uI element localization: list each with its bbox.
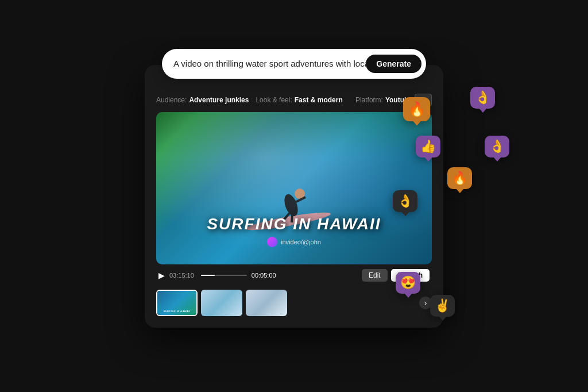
settings-row: Audience: Adventure junkies Look & feel:… — [156, 94, 432, 106]
video-title: SURFING IN HAWAII — [156, 215, 432, 233]
search-bar: A video on thrilling water sport adventu… — [162, 49, 426, 79]
thumbnail-strip: › — [156, 290, 432, 316]
ok-emoji-1: 👌 — [475, 90, 490, 105]
fire-emoji-1: 🔥 — [408, 101, 425, 118]
look-label: Look & feel: — [256, 96, 292, 104]
love-emoji: 😍 — [400, 275, 416, 290]
play-button[interactable]: ▶ — [158, 271, 165, 280]
emoji-bubble-love: 😍 — [396, 272, 420, 294]
emoji-bubble-ok-1: 👌 — [470, 87, 495, 109]
video-controls: ▶ 03:15:10 00:05:00 Edit Publish — [156, 264, 432, 286]
generate-button[interactable]: Generate — [366, 55, 421, 73]
look-value: Fast & modern — [295, 96, 343, 104]
time-total: 03:15:10 — [169, 272, 194, 279]
emoji-bubble-fire-1: 🔥 — [403, 97, 430, 121]
search-input[interactable]: A video on thrilling water sport adventu… — [173, 59, 366, 68]
emoji-bubble-fire-2: 🔥 — [447, 167, 472, 189]
fire-emoji-2: 🔥 — [452, 171, 467, 186]
video-brand: invideo/@john — [156, 237, 432, 247]
emoji-bubble-peace: ✌️ — [430, 295, 455, 317]
progress-bar[interactable] — [201, 275, 247, 276]
video-preview: SURFING IN HAWAII invideo/@john — [156, 112, 432, 264]
progress-fill — [201, 275, 215, 276]
thumbsup-emoji: 👍 — [420, 139, 436, 154]
audience-label: Audience: — [156, 96, 187, 104]
look-feel-setting: Look & feel: Fast & modern — [256, 96, 342, 104]
thumb-image-1 — [157, 291, 196, 315]
audience-setting: Audience: Adventure junkies — [156, 96, 249, 104]
controls-left: ▶ 03:15:10 00:05:00 — [158, 271, 276, 280]
thumb-image-2 — [201, 290, 242, 316]
emoji-bubble-thumbsup: 👍 — [416, 136, 440, 157]
peace-emoji: ✌️ — [435, 298, 450, 313]
thumbnail-2[interactable] — [201, 290, 242, 316]
brand-name: invideo/@john — [281, 239, 321, 245]
thumb-image-3 — [246, 290, 287, 316]
main-container: A video on thrilling water sport adventu… — [47, 29, 541, 363]
ok-emoji-2: 👌 — [489, 139, 505, 154]
platform-label: Platform: — [355, 96, 383, 104]
thumbnail-3[interactable] — [246, 290, 287, 316]
edit-button[interactable]: Edit — [362, 269, 388, 282]
thumbnail-1[interactable] — [156, 290, 198, 316]
emoji-bubble-ok-2: 👌 — [485, 136, 509, 157]
ok-emoji-3: 👌 — [397, 194, 413, 209]
brand-logo — [267, 237, 277, 247]
video-title-overlay: SURFING IN HAWAII invideo/@john — [156, 215, 432, 247]
time-current: 00:05:00 — [252, 272, 276, 279]
audience-value: Adventure junkies — [189, 96, 249, 104]
emoji-bubble-ok-3: 👌 — [393, 190, 417, 212]
